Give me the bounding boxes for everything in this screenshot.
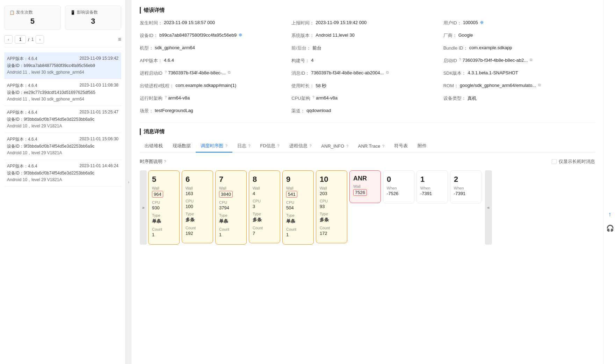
case-time: 2023-11-01 14:46:24: [80, 163, 118, 169]
prev-page-button[interactable]: ‹: [4, 35, 13, 44]
headphone-button[interactable]: 🎧: [605, 223, 615, 233]
tab-anr-info[interactable]: ANR_INFO ?: [316, 141, 353, 152]
affected-stat: 📱 影响设备数 3: [65, 6, 122, 30]
cards-area: » 5 Wall 964 CPU 930 Type 单条: [140, 170, 595, 245]
copy-icon3[interactable]: ⧉: [386, 70, 389, 75]
case-sys-info: Android 10，level 29 V1821A: [7, 177, 118, 183]
tab-scene-data[interactable]: 现场数据: [168, 140, 196, 153]
detail-runtime-arch: 运行时架构 ? arm64-v8a: [140, 94, 291, 103]
card-6-wall-value: 163: [186, 191, 209, 196]
detail-device-id: 设备ID： b99ca7ab84877580f39cc4fa95c56eb9 ⊕: [140, 31, 291, 40]
card-10-type-value: 多条: [320, 217, 343, 223]
case-item-5[interactable]: APP版本：4.6.4 2023-11-01 14:46:24 设备ID：9f3…: [4, 160, 121, 187]
detail-sdk-version: SDK版本： 4.3.1.beta.1-SNAPSHOT: [443, 69, 595, 78]
checkbox-box[interactable]: [552, 159, 557, 164]
occurrence-stat: 📋 发生次数 5: [4, 6, 61, 30]
card-8-cpu: CPU 3: [253, 199, 276, 209]
card-10[interactable]: 10 Wall 203 CPU 93 Type 多条 Count: [316, 170, 347, 243]
case-app-version: APP版本：4.6.4: [7, 110, 37, 116]
scroll-top-button[interactable]: ↑: [605, 209, 615, 219]
card-6[interactable]: 6 Wall 163 CPU 100 Type 多条 Count: [182, 170, 213, 243]
card-5-count: Count 1: [152, 227, 176, 237]
card-8-type: Type 多条: [253, 212, 276, 223]
occurrence-label: 发生次数: [16, 9, 33, 15]
error-details-grid: 发生时间： 2023-11-09 15:18:57 000 上报时间： 2023…: [140, 18, 595, 116]
copy-icon[interactable]: ⧉: [530, 58, 532, 62]
tab-fd-info[interactable]: FD信息 ?: [255, 140, 284, 153]
question-icon[interactable]: ?: [459, 58, 461, 62]
case-time: 2023-11-01 15:06:30: [80, 136, 118, 142]
tab-error-stack[interactable]: 出错堆栈: [140, 140, 168, 153]
card-9-num: 9: [286, 175, 310, 184]
question-icon4[interactable]: ?: [312, 95, 314, 99]
card-6-cpu-value: 100: [186, 204, 209, 209]
card-10-cpu-value: 93: [320, 204, 343, 209]
timeline-header: 时序图说明 ? 仅显示长耗时消息: [140, 158, 595, 165]
page-input[interactable]: [15, 35, 26, 44]
affected-count: 3: [70, 17, 116, 26]
card-2[interactable]: 2 When -7391: [450, 170, 481, 203]
right-tools: ↑ 🎧: [603, 0, 616, 364]
card-1[interactable]: 1 When -7391: [416, 170, 448, 203]
card-2-num: 2: [454, 175, 478, 184]
sidebar-collapse-handle[interactable]: ›: [126, 0, 131, 364]
tab-symbol-table[interactable]: 符号表: [389, 140, 413, 153]
card-5-num: 5: [152, 175, 176, 184]
tab-attachments[interactable]: 附件: [413, 140, 432, 153]
menu-button[interactable]: ≡: [118, 36, 121, 43]
tab-anr-trace[interactable]: ANR Trace ?: [353, 141, 389, 152]
card-5-type: Type 单条: [152, 213, 176, 224]
show-long-checkbox[interactable]: 仅显示长耗时消息: [552, 158, 595, 165]
tab-process-info[interactable]: 进程信息 ?: [284, 140, 317, 153]
detail-vendor: 厂商： Google: [443, 31, 595, 40]
globe-icon[interactable]: ⊕: [480, 20, 484, 25]
error-details-title: 错误详情: [140, 7, 595, 14]
case-time: 2023-11-09 15:19:42: [80, 56, 118, 62]
question-icon5[interactable]: ?: [164, 159, 166, 164]
card-anr[interactable]: ANR Wall 7526: [349, 170, 381, 203]
card-anr-num: ANR: [353, 175, 377, 182]
main-content: 错误详情 发生时间： 2023-11-09 15:18:57 000 上报时间：…: [131, 0, 603, 364]
detail-app-version: APP版本： 4.6.4: [140, 56, 291, 65]
globe-icon2[interactable]: ⊕: [239, 32, 242, 37]
card-0-when-value: -7526: [387, 191, 411, 196]
case-sys-info: Android 11，level 30 sdk_gphone_arm64: [7, 69, 118, 75]
detail-report-time: 上报时间： 2023-11-09 15:19:42 000: [291, 18, 443, 28]
collapse-right-button[interactable]: «: [485, 170, 492, 245]
case-item-1[interactable]: APP版本：4.6.4 2023-11-09 15:19:42 设备ID：b99…: [4, 52, 121, 79]
question-icon3[interactable]: ?: [165, 95, 167, 99]
tab-timeline[interactable]: 调度时序图 ?: [196, 140, 232, 153]
card-7-wall-value: 3840: [219, 191, 233, 198]
stats-row: 📋 发生次数 5 📱 影响设备数 3: [4, 6, 121, 30]
case-item-4[interactable]: APP版本：4.6.4 2023-11-01 15:06:30 设备ID：9f3…: [4, 133, 121, 160]
tabs-row: 出错堆栈 现场数据 调度时序图 ? 日志 ? FD信息 ? 进程信息 ? ANR…: [140, 140, 595, 153]
card-anr-wall-value: 7526: [353, 189, 367, 196]
card-5-count-value: 1: [152, 232, 176, 237]
next-page-button[interactable]: ›: [36, 35, 44, 44]
card-0[interactable]: 0 When -7526: [383, 170, 414, 203]
case-item-2[interactable]: APP版本：4.6.4 2023-11-03 11:08:38 设备ID：ee2…: [4, 79, 121, 106]
case-item-3[interactable]: APP版本：4.6.4 2023-11-01 15:25:47 设备ID：9f3…: [4, 106, 121, 133]
pagination: ‹ / 1 › ≡: [4, 35, 121, 47]
case-app-version: APP版本：4.6.4: [7, 83, 37, 89]
card-8[interactable]: 8 Wall 4 CPU 3 Type 多条 Count: [249, 170, 280, 243]
card-10-cpu: CPU 93: [320, 199, 343, 209]
card-7-wall: Wall 3840: [219, 186, 243, 198]
card-8-cpu-value: 3: [253, 204, 276, 209]
card-5[interactable]: 5 Wall 964 CPU 930 Type 单条 Count: [148, 170, 180, 245]
card-9[interactable]: 9 Wall 541 CPU 504 Type 单条 Count: [282, 170, 314, 245]
detail-scene: 场景： testForegroundLag: [140, 106, 291, 116]
question-icon2[interactable]: ?: [165, 70, 167, 74]
card-9-wall: Wall 541: [286, 186, 310, 198]
case-app-version: APP版本：4.6.4: [7, 163, 37, 169]
copy-icon4[interactable]: ⧉: [538, 83, 541, 87]
card-10-count-value: 172: [320, 231, 343, 236]
card-10-count: Count 172: [320, 226, 343, 236]
expand-left-button[interactable]: »: [140, 170, 147, 245]
card-5-wall-value: 964: [152, 191, 163, 198]
copy-icon2[interactable]: ⧉: [228, 70, 231, 75]
tab-logs[interactable]: 日志 ?: [232, 140, 255, 153]
card-0-when: When -7526: [387, 186, 411, 196]
card-7[interactable]: 7 Wall 3840 CPU 3794 Type 单条 Count: [215, 170, 247, 245]
card-7-cpu-value: 3794: [219, 205, 243, 210]
